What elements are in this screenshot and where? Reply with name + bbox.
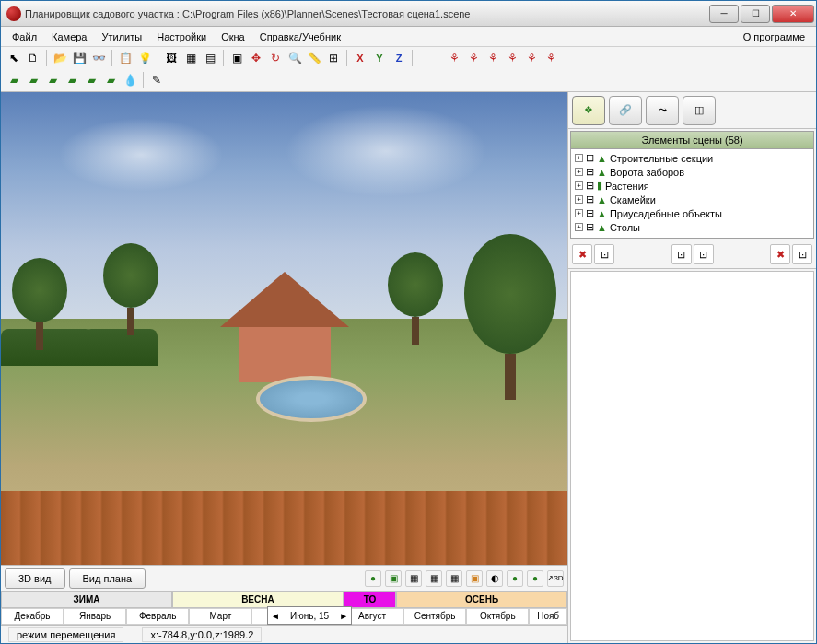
date-prev-button[interactable]: ◄: [268, 611, 283, 621]
tree-item[interactable]: +⊟▲Приусадебные объекты: [573, 206, 811, 220]
menu-settings[interactable]: Настройки: [149, 29, 214, 45]
new-icon[interactable]: 🗋: [24, 49, 42, 67]
tree-item-label: Растения: [605, 181, 649, 192]
terrain-4-icon[interactable]: ▰: [63, 71, 81, 89]
render-5-icon[interactable]: ▦: [446, 570, 462, 587]
action-3-icon[interactable]: ⊡: [671, 244, 692, 264]
layers-icon[interactable]: ▦: [181, 49, 200, 67]
scene-tree[interactable]: +⊟▲Строительные секции +⊟▲Ворота заборов…: [571, 149, 813, 238]
binoculars-icon[interactable]: 👓: [89, 49, 108, 67]
object-tool-4-icon[interactable]: ⚘: [503, 49, 521, 67]
render-6-icon[interactable]: ▣: [466, 570, 483, 587]
terrain-1-icon[interactable]: ▰: [5, 71, 23, 89]
tab-link-icon[interactable]: 🔗: [609, 96, 642, 125]
axis-x-button[interactable]: X: [351, 49, 369, 67]
tab-path-icon[interactable]: ⤳: [646, 96, 679, 125]
object-tool-3-icon[interactable]: ⚘: [484, 49, 502, 67]
menu-help[interactable]: Справка/Учебник: [252, 29, 348, 45]
tree-actions: ✖ ⊡ ⊡ ⊡ ✖ ⊡: [568, 240, 816, 269]
render-8-icon[interactable]: ●: [507, 570, 523, 587]
render-4-icon[interactable]: ▦: [426, 570, 442, 587]
maximize-button[interactable]: ☐: [741, 5, 770, 23]
3d-viewport[interactable]: [1, 92, 567, 565]
view-plan-tab[interactable]: Вид плана: [69, 568, 146, 589]
render-3d-icon[interactable]: ↗3D: [547, 570, 564, 587]
render-9-icon[interactable]: ●: [527, 570, 543, 587]
action-2-icon[interactable]: ⊡: [594, 244, 614, 264]
action-6-icon[interactable]: ⊡: [792, 244, 812, 264]
view-3d-tab[interactable]: 3D вид: [5, 568, 65, 589]
month-sep[interactable]: Сентябрь: [403, 608, 466, 625]
delete-2-icon[interactable]: ✖: [770, 244, 790, 264]
tree-item[interactable]: +⊟▮Растения: [573, 179, 811, 193]
object-tool-2-icon[interactable]: ⚘: [464, 49, 483, 67]
action-4-icon[interactable]: ⊡: [694, 244, 714, 264]
tree-header: Элементы сцены (58): [571, 132, 813, 149]
statusbar: режим перемещения x:-784.8,y:0.0,z:1989.…: [1, 625, 567, 643]
axis-z-button[interactable]: Z: [390, 49, 408, 67]
scene-tree-panel: Элементы сцены (58) +⊟▲Строительные секц…: [570, 131, 814, 239]
delete-1-icon[interactable]: ✖: [572, 244, 592, 264]
menu-about[interactable]: О программе: [736, 29, 812, 45]
terrain-5-icon[interactable]: ▰: [82, 71, 100, 89]
terrain-3-icon[interactable]: ▰: [43, 71, 62, 89]
tree-item[interactable]: +⊟▲Столы: [573, 220, 811, 234]
render-1-icon[interactable]: ●: [365, 570, 381, 587]
rotate-icon[interactable]: ↻: [266, 49, 285, 67]
toolbar-secondary: ▰ ▰ ▰ ▰ ▰ ▰ 💧 ✎: [1, 69, 816, 91]
axis-y-button[interactable]: Y: [370, 49, 389, 67]
window-title: Планировщик садового участка : C:\Progra…: [25, 8, 709, 19]
date-next-button[interactable]: ►: [336, 611, 351, 621]
move-icon[interactable]: ✥: [247, 49, 265, 67]
terrain-2-icon[interactable]: ▰: [24, 71, 42, 89]
tree-item-label: Строительные секции: [610, 153, 713, 164]
toolbar-main: ⬉ 🗋 📂 💾 👓 📋 💡 🖼 ▦ ▤ ▣ ✥ ↻ 🔍 📏 ⊞ X Y Z: [1, 47, 816, 69]
month-oct[interactable]: Октябрь: [466, 608, 529, 625]
measure-icon[interactable]: 📏: [305, 49, 323, 67]
object-tool-6-icon[interactable]: ⚘: [542, 49, 560, 67]
month-nov[interactable]: Нояб: [529, 608, 567, 625]
tree-item[interactable]: +⊟▲Ворота заборов: [573, 165, 811, 179]
menubar: Файл Камера Утилиты Настройки Окна Справ…: [1, 27, 816, 47]
copy-icon[interactable]: 📋: [116, 49, 134, 67]
menu-windows[interactable]: Окна: [214, 29, 252, 45]
month-dec[interactable]: Декабрь: [1, 608, 64, 625]
minimize-button[interactable]: ─: [709, 5, 739, 23]
render-3-icon[interactable]: ▦: [405, 570, 422, 587]
snap-icon[interactable]: ⊞: [324, 49, 343, 67]
open-icon[interactable]: 📂: [51, 49, 69, 67]
tab-cube-icon[interactable]: ◫: [683, 96, 716, 125]
render-2-icon[interactable]: ▣: [385, 570, 402, 587]
object-tool-5-icon[interactable]: ⚘: [522, 49, 541, 67]
month-mar[interactable]: Март: [189, 608, 251, 625]
status-coords: x:-784.8,y:0.0,z:1989.2: [142, 627, 262, 642]
tree-item[interactable]: +⊟▲Скамейки: [573, 193, 811, 206]
timeline: ЗИМА ВЕСНА ТО ОСЕНЬ Декабрь Январь Февра…: [1, 591, 567, 625]
view-controls: 3D вид Вид плана ● ▣ ▦ ▦ ▦ ▣ ◐ ● ● ↗3D: [1, 565, 567, 591]
menu-camera[interactable]: Камера: [44, 29, 94, 45]
current-date: Июнь, 15: [283, 611, 336, 621]
tree-item[interactable]: +⊟▲Строительные секции: [573, 151, 811, 165]
status-mode: режим перемещения: [8, 627, 123, 642]
render-7-icon[interactable]: ◐: [486, 570, 503, 587]
light-icon[interactable]: 💡: [135, 49, 154, 67]
season-autumn[interactable]: ОСЕНЬ: [396, 591, 567, 608]
image-icon[interactable]: 🖼: [162, 49, 181, 67]
menu-utils[interactable]: Утилиты: [95, 29, 150, 45]
date-navigator: ◄ Июнь, 15 ►: [267, 606, 352, 625]
eyedropper-icon[interactable]: ✎: [147, 71, 166, 89]
season-winter[interactable]: ЗИМА: [1, 591, 172, 608]
select-icon[interactable]: ⬉: [5, 49, 23, 67]
water-icon[interactable]: 💧: [121, 71, 139, 89]
bounds-icon[interactable]: ▣: [228, 49, 246, 67]
grid-icon[interactable]: ▤: [201, 49, 219, 67]
tab-scene-icon[interactable]: ❖: [572, 96, 605, 125]
object-tool-1-icon[interactable]: ⚘: [445, 49, 463, 67]
close-button[interactable]: ✕: [772, 5, 814, 23]
month-jan[interactable]: Январь: [64, 608, 126, 625]
menu-file[interactable]: Файл: [5, 29, 44, 45]
month-feb[interactable]: Февраль: [126, 608, 189, 625]
terrain-6-icon[interactable]: ▰: [101, 71, 120, 89]
save-icon[interactable]: 💾: [70, 49, 88, 67]
zoom-icon[interactable]: 🔍: [286, 49, 304, 67]
